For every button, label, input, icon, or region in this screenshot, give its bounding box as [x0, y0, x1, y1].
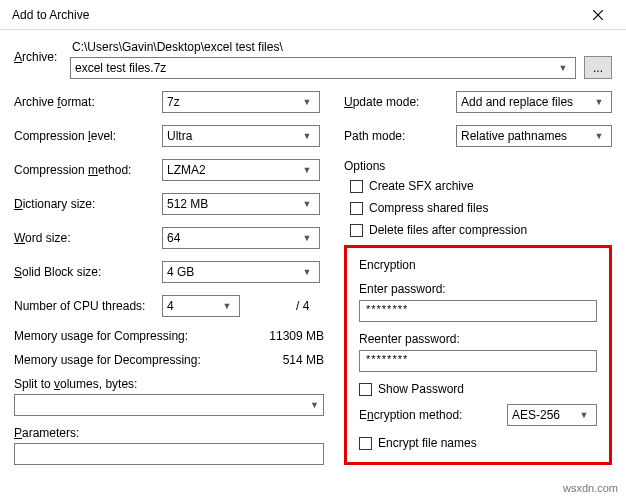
checkbox-icon [359, 437, 372, 450]
chevron-down-icon: ▼ [299, 165, 315, 175]
path-mode-select[interactable]: Relative pathnames▼ [456, 125, 612, 147]
archive-format-label: Archive format: [14, 95, 162, 109]
checkbox-icon [350, 180, 363, 193]
enter-password-label: Enter password: [359, 282, 597, 296]
chevron-down-icon: ▼ [310, 400, 319, 410]
dictionary-size-label: Dictionary size: [14, 197, 162, 211]
update-mode-select[interactable]: Add and replace files▼ [456, 91, 612, 113]
compression-level-select[interactable]: Ultra▼ [162, 125, 320, 147]
mem-compress-value: 11309 MB [269, 329, 324, 343]
solid-block-size-select[interactable]: 4 GB▼ [162, 261, 320, 283]
chevron-down-icon: ▼ [299, 267, 315, 277]
checkbox-icon [350, 224, 363, 237]
checkbox-icon [350, 202, 363, 215]
chevron-down-icon: ▼ [299, 131, 315, 141]
browse-button[interactable]: ... [584, 56, 612, 79]
mem-decompress-label: Memory usage for Decompressing: [14, 353, 201, 367]
compression-method-label: Compression method: [14, 163, 162, 177]
delete-after-checkbox[interactable]: Delete files after compression [350, 223, 612, 237]
chevron-down-icon: ▼ [555, 63, 571, 73]
checkbox-icon [359, 383, 372, 396]
parameters-input[interactable] [14, 443, 324, 465]
chevron-down-icon: ▼ [591, 131, 607, 141]
reenter-password-label: Reenter password: [359, 332, 597, 346]
update-mode-label: Update mode: [344, 95, 456, 109]
word-size-label: Word size: [14, 231, 162, 245]
cpu-threads-label: Number of CPU threads: [14, 299, 162, 313]
close-button[interactable] [578, 0, 618, 30]
path-mode-label: Path mode: [344, 129, 456, 143]
encrypt-filenames-checkbox[interactable]: Encrypt file names [359, 436, 597, 450]
encryption-method-select[interactable]: AES-256▼ [507, 404, 597, 426]
close-icon [593, 10, 603, 20]
encryption-title: Encryption [359, 258, 597, 272]
chevron-down-icon: ▼ [219, 301, 235, 311]
word-size-select[interactable]: 64▼ [162, 227, 320, 249]
parameters-label: Parameters: [14, 426, 324, 440]
reenter-password-input[interactable]: ******** [359, 350, 597, 372]
chevron-down-icon: ▼ [299, 233, 315, 243]
chevron-down-icon: ▼ [299, 199, 315, 209]
archive-filename-input[interactable]: excel test files.7z ▼ [70, 57, 576, 79]
watermark: wsxdn.com [563, 482, 618, 494]
chevron-down-icon: ▼ [299, 97, 315, 107]
dictionary-size-select[interactable]: 512 MB▼ [162, 193, 320, 215]
options-label: Options [344, 159, 612, 173]
archive-path: C:\Users\Gavin\Desktop\excel test files\ [70, 40, 612, 54]
compression-level-label: Compression level: [14, 129, 162, 143]
archive-label: Archive: [14, 40, 70, 64]
split-volumes-label: Split to volumes, bytes: [14, 377, 324, 391]
chevron-down-icon: ▼ [576, 410, 592, 420]
create-sfx-checkbox[interactable]: Create SFX archive [350, 179, 612, 193]
split-volumes-input[interactable]: ▼ [14, 394, 324, 416]
archive-format-select[interactable]: 7z▼ [162, 91, 320, 113]
encryption-method-label: Encryption method: [359, 408, 507, 422]
chevron-down-icon: ▼ [591, 97, 607, 107]
cpu-threads-max: / 4 [246, 299, 309, 313]
mem-compress-label: Memory usage for Compressing: [14, 329, 188, 343]
encryption-group: Encryption Enter password: ******** Reen… [344, 245, 612, 465]
compress-shared-checkbox[interactable]: Compress shared files [350, 201, 612, 215]
cpu-threads-select[interactable]: 4▼ [162, 295, 240, 317]
enter-password-input[interactable]: ******** [359, 300, 597, 322]
mem-decompress-value: 514 MB [283, 353, 324, 367]
titlebar: Add to Archive [0, 0, 626, 30]
solid-block-size-label: Solid Block size: [14, 265, 162, 279]
compression-method-select[interactable]: LZMA2▼ [162, 159, 320, 181]
window-title: Add to Archive [8, 8, 578, 22]
show-password-checkbox[interactable]: Show Password [359, 382, 597, 396]
